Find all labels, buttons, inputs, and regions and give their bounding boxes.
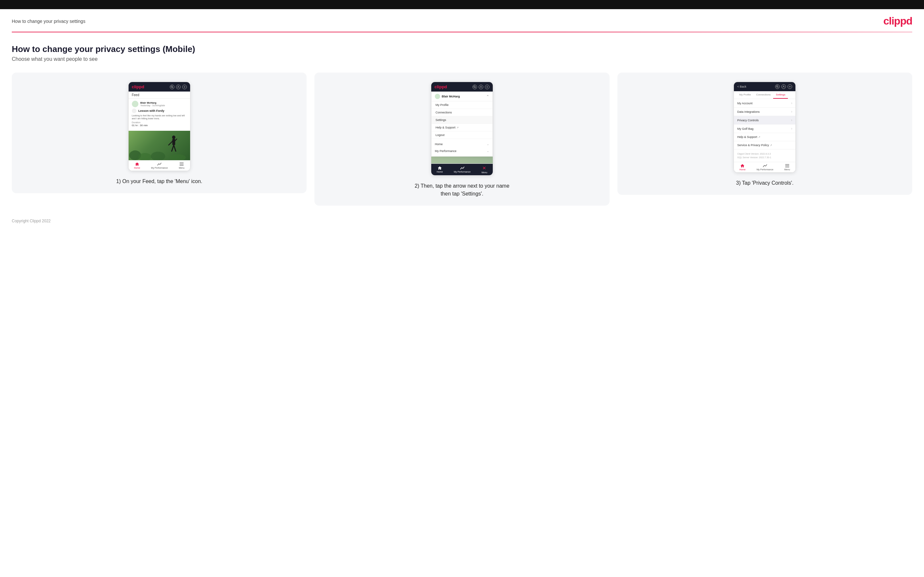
bottom-nav-menu-label-2: Menu bbox=[481, 171, 488, 174]
tab-settings[interactable]: Settings bbox=[773, 91, 788, 99]
bottom-nav-home-label-2: Home bbox=[437, 171, 443, 173]
bottom-nav-menu-3[interactable]: Menu bbox=[784, 164, 790, 171]
chevron-right-icon-3: › bbox=[791, 118, 792, 122]
step-2-caption: 2) Then, tap the arrow next to your name… bbox=[413, 182, 511, 198]
svg-point-0 bbox=[171, 85, 173, 87]
nav-home-label: Home bbox=[435, 143, 443, 146]
version-client: Clippd Client Version: 2022.8.3-3 bbox=[737, 152, 792, 156]
settings-label-myaccount: My Account bbox=[737, 102, 753, 105]
svg-line-8 bbox=[168, 141, 173, 145]
bottom-nav-performance-2[interactable]: My Performance bbox=[454, 166, 470, 173]
settings-label-privacycontrols: Privacy Controls bbox=[737, 119, 759, 122]
dropdown-user: Blair McHarg bbox=[435, 94, 460, 99]
menu-icon-3 bbox=[785, 164, 790, 168]
svg-point-17 bbox=[474, 85, 475, 87]
svg-point-12 bbox=[151, 152, 165, 160]
external-icon-help: ↗ bbox=[758, 136, 761, 139]
bottom-nav-performance-3[interactable]: My Performance bbox=[756, 164, 773, 171]
phone-1-icons bbox=[170, 85, 187, 89]
settings-label-mygolfbag: My Golf Bag bbox=[737, 127, 754, 131]
dropdown-menu: Blair McHarg ⌃ My Profile Connections Se… bbox=[431, 92, 493, 156]
lesson-title: Lesson with Fordy bbox=[138, 109, 165, 113]
close-icon: ✕ bbox=[481, 165, 487, 171]
version-info: Clippd Client Version: 2022.8.3-3 GQL Se… bbox=[734, 149, 795, 162]
performance-icon bbox=[157, 162, 162, 166]
bottom-nav-performance[interactable]: My Performance bbox=[151, 162, 168, 169]
menu-item-helpsupport[interactable]: Help & Support ↗ bbox=[431, 124, 493, 131]
step-3-phone: < Back My Profile bbox=[733, 82, 796, 172]
settings-tabs: My Profile Connections Settings bbox=[734, 91, 795, 99]
chevron-down-icon-2: ⌄ bbox=[486, 149, 489, 153]
nav-home-row[interactable]: Home ⌄ bbox=[435, 140, 489, 147]
settings-item-mygolfbag[interactable]: My Golf Bag › bbox=[734, 124, 795, 133]
phone-1-logo: clippd bbox=[132, 84, 144, 89]
step-1-card: clippd Feed bbox=[12, 73, 307, 193]
phone-3-icons bbox=[775, 84, 792, 89]
settings-icon[interactable] bbox=[182, 85, 187, 89]
svg-rect-5 bbox=[172, 139, 175, 145]
search-icon[interactable] bbox=[170, 85, 174, 89]
tab-connections[interactable]: Connections bbox=[754, 91, 773, 99]
bottom-nav-home[interactable]: Home bbox=[134, 162, 140, 169]
phone-3-bottombar: Home My Performance Menu bbox=[734, 162, 795, 172]
trees-silhouette bbox=[129, 150, 190, 160]
footer: Copyright Clippd 2022 bbox=[0, 206, 924, 230]
bottom-nav-menu[interactable]: Menu bbox=[179, 162, 184, 169]
menu-item-settings[interactable]: Settings bbox=[431, 116, 493, 124]
user-icon-2[interactable] bbox=[479, 85, 483, 89]
settings-item-helpsupport[interactable]: Help & Support ↗ bbox=[734, 133, 795, 141]
page-subtitle: Choose what you want people to see bbox=[12, 56, 912, 62]
lesson-icon bbox=[132, 108, 136, 113]
search-icon-3[interactable] bbox=[775, 84, 780, 89]
steps-row: clippd Feed bbox=[12, 73, 912, 206]
svg-point-21 bbox=[777, 85, 778, 87]
settings-icon-3[interactable] bbox=[788, 84, 792, 89]
settings-item-dataintegrations[interactable]: Data Integrations › bbox=[734, 108, 795, 116]
bottom-nav-performance-label-2: My Performance bbox=[454, 171, 470, 173]
top-bar bbox=[0, 0, 924, 9]
bottom-nav-home-2[interactable]: Home bbox=[437, 166, 443, 173]
page-title: How to change your privacy settings (Mob… bbox=[12, 44, 912, 54]
chevron-down-icon: ⌄ bbox=[486, 142, 489, 146]
phone-1-bottombar: Home My Performance Menu bbox=[129, 160, 190, 171]
dropdown-arrow-icon[interactable]: ⌃ bbox=[486, 95, 489, 99]
copyright: Copyright Clippd 2022 bbox=[12, 219, 51, 223]
settings-item-privacycontrols[interactable]: Privacy Controls › bbox=[734, 116, 795, 124]
bottom-nav-menu-label-3: Menu bbox=[784, 168, 790, 171]
tab-myprofile[interactable]: My Profile bbox=[737, 91, 754, 99]
header: How to change your privacy settings clip… bbox=[0, 9, 924, 27]
post-name: Blair McHarg bbox=[141, 102, 165, 104]
phone-2-bottombar: Home My Performance ✕ Menu bbox=[431, 163, 493, 175]
phone-2-icons bbox=[472, 85, 489, 89]
phone-2-topbar: clippd bbox=[431, 82, 493, 92]
feed-post: Blair McHarg Yesterday · Sunningdale Les… bbox=[129, 99, 190, 131]
nav-section: Home ⌄ My Performance ⌄ bbox=[431, 139, 493, 156]
phone-1-topbar: clippd bbox=[129, 82, 190, 92]
phone-2-content: Blair McHarg ⌃ My Profile Connections Se… bbox=[431, 92, 493, 163]
svg-point-13 bbox=[170, 154, 186, 160]
back-button[interactable]: < Back bbox=[737, 85, 746, 88]
step-2-card: clippd bbox=[315, 73, 609, 206]
bottom-nav-menu-2[interactable]: ✕ Menu bbox=[481, 165, 488, 174]
chevron-right-icon: › bbox=[791, 102, 792, 105]
settings-item-myaccount[interactable]: My Account › bbox=[734, 99, 795, 108]
home-icon-3 bbox=[740, 164, 745, 168]
user-icon[interactable] bbox=[176, 85, 181, 89]
dropdown-header: Blair McHarg ⌃ bbox=[431, 92, 493, 102]
nav-performance-row[interactable]: My Performance ⌄ bbox=[435, 147, 489, 154]
external-link-icon: ↗ bbox=[456, 126, 459, 129]
bottom-nav-performance-label: My Performance bbox=[151, 167, 168, 169]
menu-item-myprofile[interactable]: My Profile bbox=[431, 102, 493, 109]
menu-item-connections[interactable]: Connections bbox=[431, 109, 493, 116]
dropdown-username: Blair McHarg bbox=[442, 95, 460, 98]
help-support-row: Help & Support ↗ bbox=[436, 126, 488, 129]
menu-item-logout[interactable]: Logout bbox=[431, 131, 493, 139]
settings-item-serviceprivacy[interactable]: Service & Privacy Policy ↗ bbox=[734, 141, 795, 149]
user-icon-3[interactable] bbox=[781, 84, 786, 89]
settings-icon-2[interactable] bbox=[485, 85, 489, 89]
duration-value: 01 hr : 30 min bbox=[132, 124, 187, 127]
bottom-nav-home-3[interactable]: Home bbox=[740, 164, 746, 171]
feed-tab[interactable]: Feed bbox=[129, 92, 190, 99]
step-3-caption: 3) Tap 'Privacy Controls'. bbox=[736, 179, 793, 187]
search-icon-2[interactable] bbox=[472, 85, 477, 89]
